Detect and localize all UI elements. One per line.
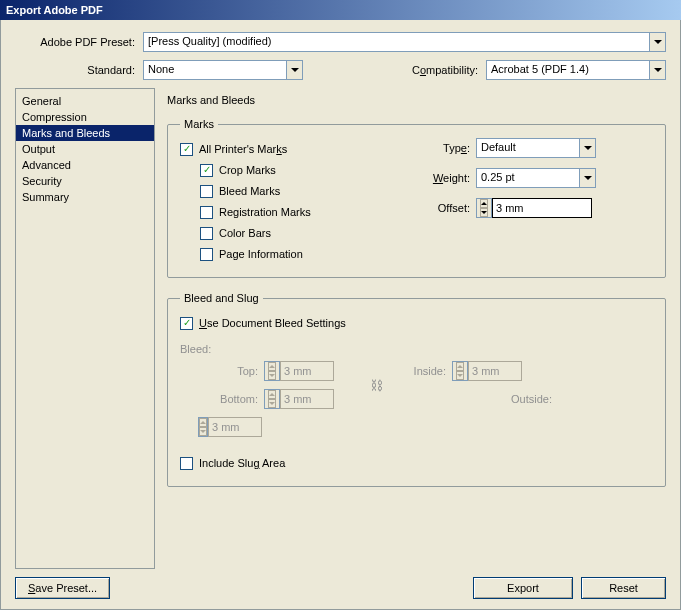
offset-spinner[interactable] (476, 198, 592, 218)
marks-checks: ✓ All Printer's Marks ✓ Crop Marks Bleed… (180, 138, 380, 265)
standard-dropdown[interactable]: None (143, 60, 303, 80)
check-use-document-bleed[interactable]: ✓ Use Document Bleed Settings (180, 313, 653, 333)
preset-dropdown[interactable]: [Press Quality] (modified) (143, 32, 666, 52)
sidebar-item-marks-and-bleeds[interactable]: Marks and Bleeds (16, 125, 154, 141)
spinner-buttons-icon (264, 361, 280, 381)
offset-label: Offset: (410, 202, 470, 214)
check-label: Include Slug Area (199, 457, 285, 469)
footer: Save Preset... Export Reset (15, 577, 666, 599)
bleed-bottom-input (280, 389, 334, 409)
sidebar-item-label: Security (22, 175, 62, 187)
standard-label: Standard: (15, 64, 135, 76)
window-titlebar: Export Adobe PDF (0, 0, 681, 20)
sidebar-item-label: Compression (22, 111, 87, 123)
check-label: Bleed Marks (219, 185, 280, 197)
row-standard-compat: Standard: None Compatibility: Acrobat 5 … (15, 60, 666, 80)
offset-input[interactable] (492, 198, 592, 218)
check-label: Color Bars (219, 227, 271, 239)
checkbox-icon (200, 248, 213, 261)
bleed-inside-input (468, 361, 522, 381)
top-label: Top: (198, 365, 258, 377)
check-label: Use Document Bleed Settings (199, 317, 346, 329)
sidebar-item-label: Marks and Bleeds (22, 127, 110, 139)
check-page-information[interactable]: Page Information (200, 244, 380, 264)
marks-options: Type: Default Weight: 0.25 pt (410, 138, 653, 265)
panel-title: Marks and Bleeds (167, 94, 666, 106)
sidebar-item-label: General (22, 95, 61, 107)
bleed-bottom-spinner (264, 389, 364, 409)
reset-button[interactable]: Reset (581, 577, 666, 599)
check-label: Registration Marks (219, 206, 311, 218)
checkbox-icon (200, 227, 213, 240)
check-label: Page Information (219, 248, 303, 260)
fieldset-bleed-slug: Bleed and Slug ✓ Use Document Bleed Sett… (167, 292, 666, 487)
checkbox-icon: ✓ (180, 317, 193, 330)
spinner-buttons-icon[interactable] (476, 198, 492, 218)
window-title: Export Adobe PDF (6, 4, 103, 16)
sidebar-item-general[interactable]: General (16, 93, 154, 109)
dropdown-arrow-icon (580, 168, 596, 188)
sidebar-item-compression[interactable]: Compression (16, 109, 154, 125)
inside-label: Inside: (386, 365, 446, 377)
row-preset: Adobe PDF Preset: [Press Quality] (modif… (15, 32, 666, 52)
sidebar-item-label: Advanced (22, 159, 71, 171)
compat-dropdown-value: Acrobat 5 (PDF 1.4) (486, 60, 650, 80)
check-label: All Printer's Marks (199, 143, 287, 155)
weight-dropdown[interactable]: 0.25 pt (476, 168, 596, 188)
compat-dropdown[interactable]: Acrobat 5 (PDF 1.4) (486, 60, 666, 80)
dropdown-arrow-icon (287, 60, 303, 80)
spinner-buttons-icon (452, 361, 468, 381)
sidebar-item-advanced[interactable]: Advanced (16, 157, 154, 173)
preset-dropdown-value: [Press Quality] (modified) (143, 32, 650, 52)
spinner-buttons-icon (198, 417, 208, 437)
weight-dropdown-value: 0.25 pt (476, 168, 580, 188)
dropdown-arrow-icon (650, 32, 666, 52)
sidebar-item-summary[interactable]: Summary (16, 189, 154, 205)
outside-label: Outside: (452, 393, 552, 405)
preset-label: Adobe PDF Preset: (15, 36, 135, 48)
bleed-top-spinner (264, 361, 364, 381)
sidebar-item-security[interactable]: Security (16, 173, 154, 189)
checkbox-icon: ✓ (180, 143, 193, 156)
dropdown-arrow-icon (580, 138, 596, 158)
checkbox-icon: ✓ (200, 164, 213, 177)
bottom-label: Bottom: (198, 393, 258, 405)
dropdown-arrow-icon (650, 60, 666, 80)
standard-dropdown-value: None (143, 60, 287, 80)
sidebar-item-label: Output (22, 143, 55, 155)
compat-label: Compatibility: (412, 64, 478, 76)
panel-marks-and-bleeds: Marks and Bleeds Marks ✓ All Printer's M… (167, 88, 666, 569)
window-body: Adobe PDF Preset: [Press Quality] (modif… (0, 20, 681, 610)
bleed-outside-input (208, 417, 262, 437)
link-icon: ⛓ (370, 378, 380, 393)
check-bleed-marks[interactable]: Bleed Marks (200, 181, 380, 201)
check-color-bars[interactable]: Color Bars (200, 223, 380, 243)
checkbox-icon (180, 457, 193, 470)
type-dropdown-value: Default (476, 138, 580, 158)
bleed-inside-spinner (452, 361, 552, 381)
check-registration-marks[interactable]: Registration Marks (200, 202, 380, 222)
export-button[interactable]: Export (473, 577, 573, 599)
bleed-outside-spinner (198, 417, 258, 437)
sidebar-item-label: Summary (22, 191, 69, 203)
check-include-slug-area[interactable]: Include Slug Area (180, 453, 653, 473)
save-preset-button[interactable]: Save Preset... (15, 577, 110, 599)
bleed-label: Bleed: (180, 343, 653, 355)
bleed-grid: Top: ⛓ Inside: (198, 361, 653, 437)
bleed-top-input (280, 361, 334, 381)
checkbox-icon (200, 185, 213, 198)
legend-bleed-slug: Bleed and Slug (180, 292, 263, 304)
checkbox-icon (200, 206, 213, 219)
check-all-printers-marks[interactable]: ✓ All Printer's Marks (180, 139, 380, 159)
check-crop-marks[interactable]: ✓ Crop Marks (200, 160, 380, 180)
weight-label: Weight: (410, 172, 470, 184)
legend-marks: Marks (180, 118, 218, 130)
type-label: Type: (410, 142, 470, 154)
category-list: General Compression Marks and Bleeds Out… (15, 88, 155, 569)
fieldset-marks: Marks ✓ All Printer's Marks ✓ Crop Marks (167, 118, 666, 278)
check-label: Crop Marks (219, 164, 276, 176)
main-layout: General Compression Marks and Bleeds Out… (15, 88, 666, 569)
type-dropdown[interactable]: Default (476, 138, 596, 158)
spinner-buttons-icon (264, 389, 280, 409)
sidebar-item-output[interactable]: Output (16, 141, 154, 157)
